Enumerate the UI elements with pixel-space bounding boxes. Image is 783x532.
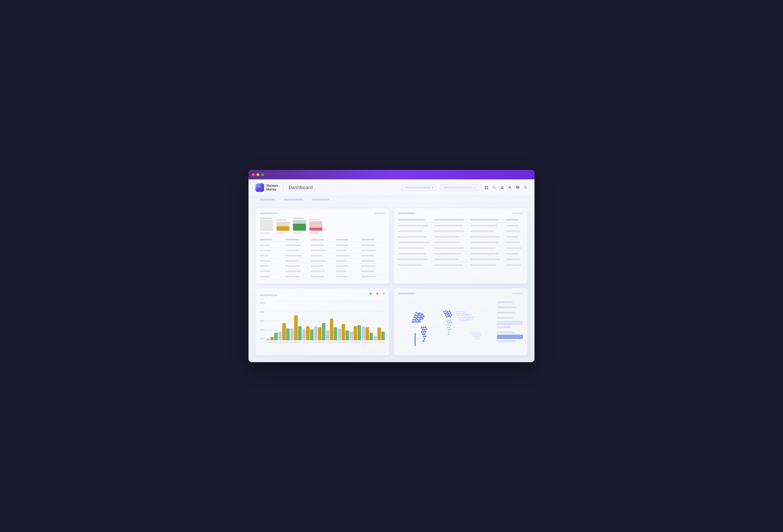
bar-gray (290, 328, 294, 340)
svg-point-83 (456, 311, 457, 313)
x-label (382, 342, 385, 343)
bell-icon[interactable] (508, 185, 512, 190)
card2-action[interactable] (512, 213, 523, 214)
card-bar-chart (255, 288, 389, 355)
svg-point-129 (478, 334, 479, 335)
user-icon[interactable] (500, 185, 504, 190)
stat1-sub (260, 232, 270, 234)
svg-rect-0 (485, 186, 486, 187)
card4-header (398, 293, 523, 294)
bar-group-7 (338, 324, 349, 340)
bar-green (369, 333, 373, 340)
header-divider (283, 184, 283, 191)
stat2-top (277, 222, 289, 226)
svg-point-38 (421, 327, 423, 328)
svg-point-106 (462, 317, 463, 319)
svg-point-48 (424, 333, 426, 335)
svg-point-72 (449, 322, 450, 323)
traffic-light-yellow[interactable] (256, 173, 259, 176)
bar-green (286, 328, 290, 340)
tab-3-label (312, 199, 329, 200)
nav-tab-1[interactable] (255, 196, 279, 204)
svg-point-87 (463, 311, 464, 313)
svg-point-64 (451, 314, 452, 316)
svg-point-105 (460, 317, 462, 318)
bar-gray (374, 336, 377, 340)
card4-title (398, 293, 415, 294)
x-label (310, 342, 313, 343)
x-label (322, 342, 325, 343)
svg-line-5 (495, 188, 496, 189)
nav-tab-2[interactable] (279, 196, 307, 204)
chart-wrapper (260, 301, 385, 343)
card2-title (398, 213, 415, 214)
card4-action[interactable] (512, 293, 523, 294)
bar-yellow (342, 324, 345, 340)
svg-point-112 (473, 316, 474, 318)
table-row (260, 258, 385, 263)
list-col1-header (398, 219, 425, 220)
svg-point-133 (477, 336, 478, 338)
chart-bars (267, 301, 385, 340)
x-label-group (278, 342, 289, 343)
bar-yellow (271, 337, 274, 340)
stat4-bars (309, 221, 322, 231)
list-item (398, 234, 523, 240)
stat-block-1 (260, 218, 273, 234)
col1-header (260, 239, 272, 241)
stat-block-4 (309, 219, 322, 234)
svg-point-115 (463, 319, 464, 321)
svg-point-127 (474, 334, 475, 335)
chart-legend (370, 293, 385, 295)
title-bar (249, 170, 534, 179)
bar-group-5 (314, 323, 325, 340)
card1-action[interactable] (374, 213, 385, 214)
company-name-line1: Thomas (266, 184, 278, 188)
header-dropdown[interactable]: ▾ (402, 185, 437, 191)
bar-gray (350, 332, 353, 340)
chat-icon[interactable] (515, 185, 520, 190)
bar-yellow (282, 323, 286, 340)
svg-point-134 (479, 336, 480, 337)
x-label (334, 342, 337, 343)
nav-tab-3[interactable] (307, 196, 334, 204)
traffic-light-red[interactable] (252, 173, 255, 176)
svg-rect-2 (485, 188, 486, 189)
grid-icon[interactable] (484, 185, 489, 190)
svg-point-35 (415, 321, 417, 322)
svg-point-45 (423, 331, 425, 333)
svg-point-121 (471, 332, 473, 334)
x-label (326, 342, 330, 343)
svg-point-130 (479, 334, 481, 336)
svg-point-90 (458, 312, 460, 314)
header-search[interactable]: ○ (440, 184, 479, 191)
bar-gray (362, 326, 365, 340)
svg-point-73 (451, 322, 452, 324)
list-item (398, 257, 523, 262)
x-label-group (350, 342, 361, 343)
search-nav-icon[interactable] (492, 185, 496, 190)
svg-point-82 (448, 334, 449, 335)
svg-point-125 (479, 332, 480, 334)
svg-point-55 (447, 311, 448, 313)
svg-point-124 (477, 332, 478, 334)
svg-point-80 (450, 328, 451, 330)
svg-point-103 (470, 314, 472, 316)
svg-point-95 (467, 313, 469, 314)
legend-dot-1 (370, 293, 372, 295)
col2-header (285, 239, 300, 241)
svg-point-65 (446, 316, 448, 318)
menu-icon[interactable] (523, 185, 528, 190)
bar-group-4 (302, 326, 314, 340)
traffic-light-green[interactable] (261, 173, 264, 176)
svg-point-117 (466, 319, 468, 321)
bar-green (310, 330, 314, 340)
x-label (342, 342, 345, 343)
svg-point-54 (445, 310, 447, 312)
bar-yellow (330, 319, 334, 340)
chart-bars-area (267, 301, 385, 340)
bar-green (357, 325, 361, 340)
card3-title (260, 294, 277, 296)
x-label (338, 342, 341, 343)
stat2-bottom (277, 226, 289, 231)
